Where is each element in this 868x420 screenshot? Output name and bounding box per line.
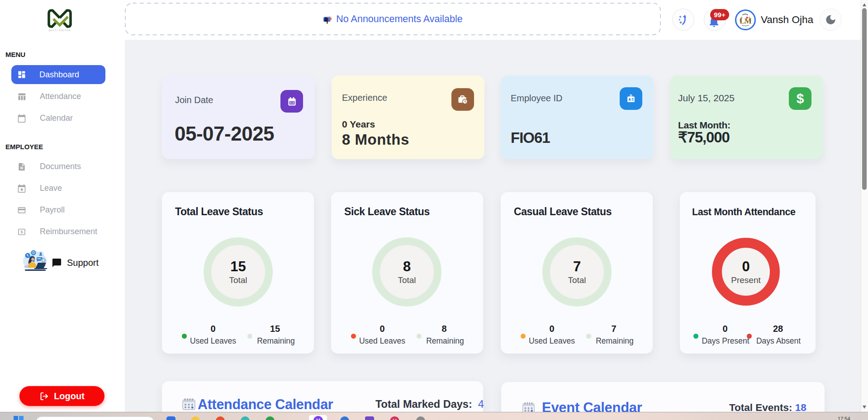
svg-text:$: $ — [20, 230, 23, 234]
svg-text:LM: LM — [740, 17, 751, 25]
